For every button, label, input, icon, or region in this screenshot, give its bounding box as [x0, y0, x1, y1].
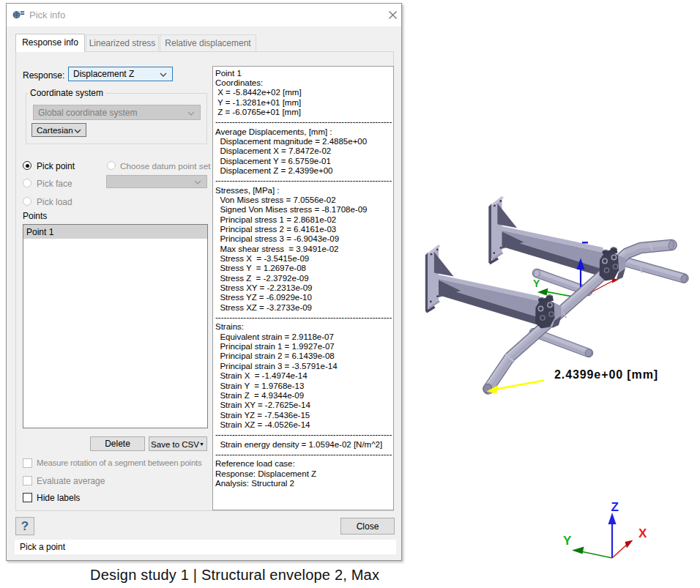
svg-text:Y: Y: [563, 534, 572, 548]
svg-text:Z: Z: [611, 500, 619, 514]
svg-text:2.4399e+00 [mm]: 2.4399e+00 [mm]: [554, 368, 658, 381]
svg-text:X: X: [638, 526, 647, 540]
svg-text:Y: Y: [533, 278, 540, 289]
